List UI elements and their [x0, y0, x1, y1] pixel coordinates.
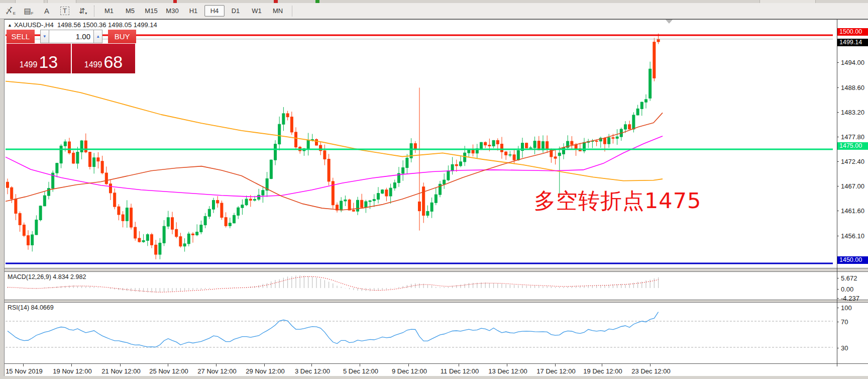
macd-label: MACD(12,26,9) 4.834 2.982	[8, 273, 86, 280]
time-tick-label: 19 Nov 12:00	[51, 367, 93, 375]
time-tick-label: 23 Dec 12:00	[630, 367, 672, 375]
indicators-icon[interactable]: 〆E	[3, 5, 18, 17]
timeframe-button-m30[interactable]: M30	[162, 5, 182, 17]
toolbar-separator	[292, 6, 293, 17]
arrows-icon[interactable]: ⇵▾	[75, 5, 90, 17]
time-tick	[602, 364, 602, 366]
macd-indicator-chart[interactable]	[5, 272, 868, 300]
price-axis-border	[837, 20, 837, 366]
timeframe-button-m5[interactable]: M5	[120, 5, 140, 17]
timeframe-button-d1[interactable]: D1	[226, 5, 246, 17]
price-tick-label: 1483.20	[841, 109, 864, 116]
time-tick	[216, 364, 216, 366]
window-frame	[0, 19, 4, 379]
time-tick	[23, 364, 24, 366]
time-tick-label: 25 Nov 12:00	[148, 367, 190, 375]
time-tick	[408, 364, 409, 366]
time-tick-label: 29 Nov 12:00	[244, 367, 286, 375]
toolbar-separator	[94, 6, 95, 17]
symbol-period-label: XAUUSD-,H4	[14, 21, 54, 29]
price-tick	[837, 211, 839, 211]
drawing-tools-group: 〆E▤FAT⇵▾	[0, 5, 90, 17]
price-tick-label: 1477.80	[841, 133, 864, 141]
price-tick-label: 1467.00	[841, 182, 864, 190]
volume-decrease-button[interactable]: ▼	[40, 30, 49, 43]
price-level-badge: 1499.14	[837, 39, 868, 46]
time-tick-label: 5 Dec 12:00	[340, 367, 382, 375]
price-level-badge: 1500.00	[837, 28, 868, 36]
price-tick-label: 1488.60	[841, 84, 864, 91]
time-tick-label: 9 Dec 12:00	[388, 367, 430, 375]
macd-scale-label: 5.672	[841, 274, 857, 282]
time-tick	[507, 364, 507, 366]
text-box-icon[interactable]: T	[57, 5, 72, 17]
price-tick-label: 1472.40	[841, 158, 864, 165]
price-tick	[837, 236, 839, 236]
price-tick	[837, 87, 839, 88]
time-tick-label: 21 Nov 12:00	[100, 367, 142, 375]
timeframe-button-h1[interactable]: H1	[183, 5, 203, 17]
time-tick	[459, 364, 459, 366]
sell-button[interactable]: SELL	[7, 30, 35, 43]
panel-splitter[interactable]	[5, 300, 868, 303]
ohlc-values: 1498.56 1500.36 1498.05 1499.14	[57, 21, 157, 29]
shift-end-marker-icon	[666, 20, 673, 24]
macd-scale-label: -4.237	[841, 295, 859, 302]
price-tick	[837, 137, 839, 137]
rsi-scale-label: 30	[841, 344, 848, 352]
time-tick-label: 3 Dec 12:00	[291, 367, 334, 375]
panel-splitter[interactable]	[5, 268, 868, 272]
chart-annotation: 多空转折点1475	[534, 186, 701, 216]
window-frame	[0, 376, 868, 379]
timeframe-button-mn[interactable]: MN	[268, 5, 288, 17]
timeframe-group: M1M5M15M30H1H4D1W1MN	[98, 5, 288, 17]
chart-window: ▲XAUUSD-,H4 1498.56 1500.36 1498.05 1499…	[4, 19, 868, 379]
bid-price-small: 1499	[20, 59, 38, 70]
time-tick-label: 17 Dec 12:00	[535, 367, 577, 375]
time-tick	[650, 364, 650, 366]
price-tick-label: 1461.60	[841, 207, 864, 215]
one-click-trade-panel: SELL ▼ ▲ BUY 1499 13 1499 68	[7, 30, 136, 73]
rsi-label: RSI(14) 84.0669	[8, 304, 54, 311]
timeframe-button-m1[interactable]: M1	[99, 5, 119, 17]
price-tick-label: 1456.10	[841, 232, 864, 240]
chart-ohlc-header: ▲XAUUSD-,H4 1498.56 1500.36 1498.05 1499…	[8, 21, 157, 29]
timeframe-button-h4[interactable]: H4	[204, 5, 225, 17]
time-tick-label: 11 Dec 12:00	[439, 367, 481, 375]
time-tick	[360, 364, 360, 366]
time-tick	[71, 364, 72, 366]
time-tick	[264, 364, 265, 366]
grid-icon[interactable]: ▤F	[21, 5, 36, 17]
rsi-scale-label: 100	[841, 304, 852, 312]
rsi-indicator-chart[interactable]	[5, 303, 868, 363]
price-level-badge: 1475.00	[837, 142, 868, 150]
price-tick	[837, 161, 839, 162]
time-tick-label: 27 Nov 12:00	[196, 367, 238, 375]
time-tick	[555, 364, 556, 366]
rsi-scale-label: 70	[841, 318, 848, 326]
ask-price-big: 68	[103, 53, 123, 70]
price-tick	[837, 112, 839, 113]
time-tick	[168, 364, 168, 366]
price-level-badge: 1450.00	[837, 256, 868, 264]
timeframe-button-m15[interactable]: M15	[141, 5, 161, 17]
volume-increase-button[interactable]: ▲	[93, 30, 102, 43]
ask-price-small: 1499	[84, 59, 102, 70]
macd-scale-label: 0.00	[841, 286, 853, 293]
text-label-icon[interactable]: A	[39, 5, 54, 17]
ask-price-box[interactable]: 1499 68	[72, 44, 135, 73]
bid-price-box[interactable]: 1499 13	[7, 44, 71, 73]
time-tick-label: 15 Nov 2019	[3, 367, 45, 375]
symbol-triangle-icon: ▲	[8, 23, 12, 28]
time-tick-label: 13 Dec 12:00	[487, 367, 529, 375]
bid-price-big: 13	[39, 53, 58, 70]
price-tick	[837, 186, 839, 186]
mt4-terminal: 〆E▤FAT⇵▾ M1M5M15M30H1H4D1W1MN ▲XAUUSD-,H…	[0, 0, 868, 379]
price-tick	[837, 62, 839, 63]
volume-input[interactable]	[49, 30, 93, 43]
time-tick	[311, 364, 312, 366]
price-tick-label: 1494.00	[841, 59, 864, 66]
timeframe-button-w1[interactable]: W1	[247, 5, 267, 17]
toolbar: 〆E▤FAT⇵▾ M1M5M15M30H1H4D1W1MN	[0, 3, 868, 19]
buy-button[interactable]: BUY	[108, 30, 136, 43]
